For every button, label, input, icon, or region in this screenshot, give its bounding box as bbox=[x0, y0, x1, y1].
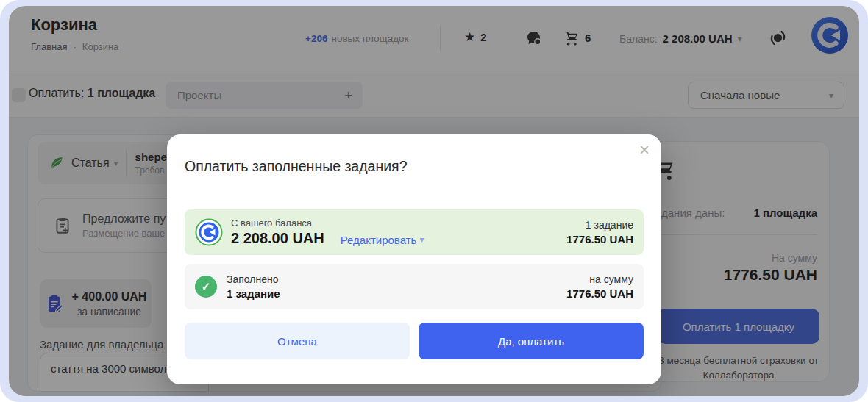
edit-label: Редактировать bbox=[341, 234, 417, 246]
close-icon[interactable]: × bbox=[639, 137, 650, 162]
filled-count: 1 задание bbox=[227, 287, 280, 300]
modal-task-amount: 1776.50 UAH bbox=[566, 233, 633, 245]
collaborator-logo-badge bbox=[195, 218, 223, 246]
amount-value: 1776.50 UAH bbox=[566, 287, 633, 300]
chevron-down-icon: ▾ bbox=[419, 234, 424, 245]
payment-modal: × Оплатить заполненные задания? С вашего… bbox=[167, 134, 661, 384]
app-window: Корзина Главная · Корзина +206 новых пло… bbox=[9, 6, 859, 396]
filled-caption: Заполнено bbox=[227, 273, 280, 285]
check-icon: ✓ bbox=[195, 276, 217, 298]
cancel-button[interactable]: Отмена bbox=[185, 323, 410, 359]
amount-caption: на сумму bbox=[566, 273, 633, 285]
balance-panel: С вашего баланса 2 208.00 UAH Редактиров… bbox=[185, 209, 644, 255]
balance-amount: 2 208.00 UAH bbox=[231, 230, 324, 247]
edit-payment-dropdown[interactable]: Редактировать ▾ bbox=[341, 234, 424, 246]
window-frame: Корзина Главная · Корзина +206 новых пло… bbox=[0, 0, 868, 402]
filled-panel: ✓ Заполнено 1 задание на сумму 1776.50 U… bbox=[185, 264, 644, 309]
modal-title: Оплатить заполненные задания? bbox=[185, 158, 408, 175]
confirm-button[interactable]: Да, оплатить bbox=[419, 323, 644, 359]
balance-caption: С вашего баланса bbox=[231, 218, 324, 229]
modal-task-count: 1 задание bbox=[566, 219, 633, 231]
